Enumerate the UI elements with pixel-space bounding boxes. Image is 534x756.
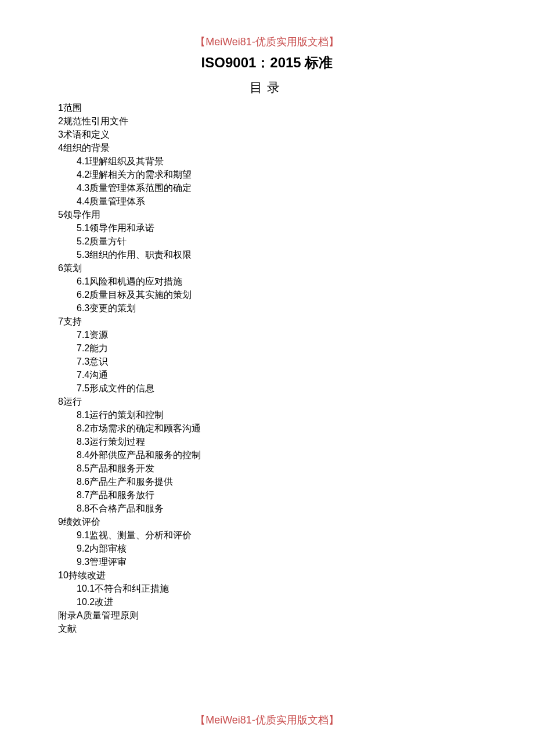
toc-subsection: 4.4质量管理体系 <box>58 195 476 208</box>
toc-section: 8运行 <box>58 395 476 408</box>
toc-subsection: 5.2质量方针 <box>58 235 476 248</box>
toc-heading: 目录 <box>58 79 476 96</box>
toc-section: 文献 <box>58 622 476 635</box>
toc-subsection: 7.5形成文件的信息 <box>58 381 476 395</box>
toc-subsection: 4.1理解组织及其背景 <box>58 154 476 168</box>
toc-subsection: 7.2能力 <box>58 341 476 355</box>
toc-subsection: 7.3意识 <box>58 355 476 368</box>
toc-subsection: 8.1运行的策划和控制 <box>58 408 476 422</box>
toc-subsection: 8.2市场需求的确定和顾客沟通 <box>58 422 476 435</box>
toc-subsection: 4.2理解相关方的需求和期望 <box>58 168 476 181</box>
toc-section: 附录A质量管理原则 <box>58 609 476 622</box>
toc-section: 7支持 <box>58 315 476 328</box>
main-title: ISO9001：2015 标准 <box>58 53 476 72</box>
toc-subsection: 8.7产品和服务放行 <box>58 488 476 502</box>
toc-subsection: 8.4外部供应产品和服务的控制 <box>58 448 476 462</box>
header-tag: 【MeiWei81-优质实用版文档】 <box>58 35 476 49</box>
toc-subsection: 10.2改进 <box>58 595 476 609</box>
toc-subsection: 5.1领导作用和承诺 <box>58 221 476 235</box>
toc-section: 9绩效评价 <box>58 515 476 528</box>
toc-section: 5领导作用 <box>58 208 476 221</box>
toc-subsection: 6.2质量目标及其实施的策划 <box>58 288 476 301</box>
toc-subsection: 4.3质量管理体系范围的确定 <box>58 181 476 195</box>
toc-subsection: 9.1监视、测量、分析和评价 <box>58 528 476 542</box>
toc-section: 2规范性引用文件 <box>58 114 476 128</box>
toc-section: 4组织的背景 <box>58 141 476 154</box>
toc-subsection: 7.1资源 <box>58 328 476 341</box>
toc-subsection: 6.1风险和机遇的应对措施 <box>58 275 476 288</box>
toc-subsection: 5.3组织的作用、职责和权限 <box>58 248 476 261</box>
toc-section: 1范围 <box>58 101 476 114</box>
toc-subsection: 8.6产品生产和服务提供 <box>58 475 476 488</box>
toc-subsection: 7.4沟通 <box>58 368 476 381</box>
toc-section: 10持续改进 <box>58 568 476 582</box>
toc-subsection: 8.3运行策划过程 <box>58 435 476 448</box>
toc-subsection: 8.8不合格产品和服务 <box>58 502 476 515</box>
toc-subsection: 9.3管理评审 <box>58 555 476 568</box>
toc-subsection: 9.2内部审核 <box>58 542 476 555</box>
toc-subsection: 8.5产品和服务开发 <box>58 462 476 475</box>
toc-subsection: 10.1不符合和纠正措施 <box>58 582 476 595</box>
toc-list: 1范围2规范性引用文件3术语和定义4组织的背景4.1理解组织及其背景4.2理解相… <box>58 101 476 635</box>
footer-tag: 【MeiWei81-优质实用版文档】 <box>0 713 534 727</box>
toc-section: 6策划 <box>58 261 476 275</box>
toc-subsection: 6.3变更的策划 <box>58 301 476 315</box>
toc-section: 3术语和定义 <box>58 128 476 141</box>
